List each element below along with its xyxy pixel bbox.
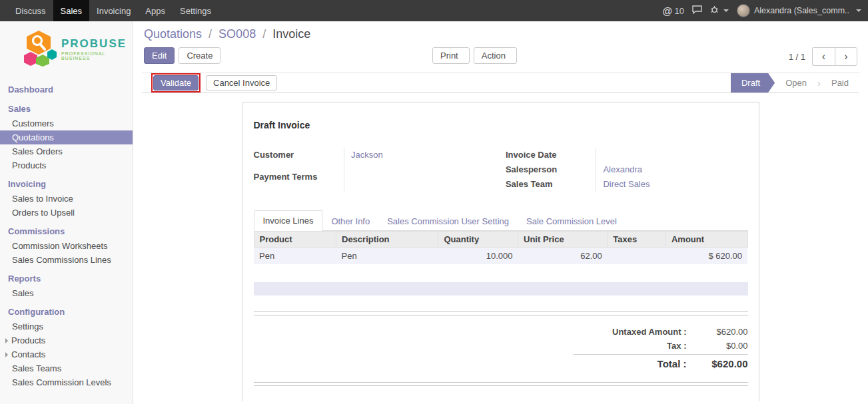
sidebar-item-quotations[interactable]: Quotations: [0, 130, 133, 144]
col-quantity[interactable]: Quantity: [438, 232, 518, 248]
debug-menu-button[interactable]: [710, 5, 729, 16]
mentions-button[interactable]: @ 10: [662, 5, 684, 17]
sidebar-item-reports-sales[interactable]: Sales: [0, 286, 133, 300]
breadcrumb-separator: /: [262, 27, 266, 41]
invoice-title: Draft Invoice: [254, 120, 748, 130]
menu-invoicing[interactable]: Invoicing: [89, 0, 138, 21]
tax-row: Tax : $0.00: [574, 339, 748, 353]
field-row-invoice-date: Invoice Date: [506, 148, 748, 162]
action-label: Action: [482, 51, 506, 61]
menu-apps[interactable]: Apps: [138, 0, 173, 21]
invoice-form-sheet: Draft Invoice Customer Jackson Payment T…: [242, 102, 759, 401]
tab-other-info[interactable]: Other Info: [322, 212, 378, 231]
messages-button[interactable]: [692, 5, 702, 16]
sidebar-heading-reports[interactable]: Reports: [0, 271, 133, 286]
sidebar-heading-invoicing[interactable]: Invoicing: [0, 176, 133, 192]
sidebar: PROBUSE PROFESSIONAL BUSINESS Dashboard …: [0, 21, 133, 404]
payment-terms-label: Payment Terms: [254, 170, 344, 192]
validate-annotation-box: Validate: [151, 73, 201, 93]
cancel-invoice-button[interactable]: Cancel Invoice: [206, 75, 277, 91]
left-buttons: Edit Create: [144, 47, 220, 64]
topbar: Discuss Sales Invoicing Apps Settings @ …: [0, 0, 868, 21]
col-unit-price[interactable]: Unit Price: [518, 232, 608, 248]
pager-previous-button[interactable]: ‹: [812, 47, 835, 66]
status-step-paid[interactable]: Paid: [821, 73, 859, 93]
col-product[interactable]: Product: [254, 232, 336, 248]
status-steps: Draft Open › Paid: [731, 73, 859, 93]
payment-terms-value[interactable]: [344, 170, 496, 192]
table-header-row: Product Description Quantity Unit Price …: [254, 232, 747, 248]
expand-arrow-icon: [5, 338, 8, 343]
sidebar-item-label: Products: [11, 335, 45, 345]
empty-line-strip: [254, 282, 748, 296]
sidebar-heading-sales[interactable]: Sales: [0, 101, 133, 116]
app-menus: Discuss Sales Invoicing Apps Settings: [0, 0, 218, 21]
print-dropdown-button[interactable]: Print: [432, 47, 470, 64]
breadcrumb-separator: /: [209, 27, 212, 41]
sales-team-value[interactable]: Direct Sales: [596, 177, 748, 192]
sidebar-item-config-products[interactable]: Products: [0, 333, 133, 347]
tax-label: Tax :: [574, 341, 696, 351]
menu-settings[interactable]: Settings: [173, 0, 218, 21]
status-step-draft[interactable]: Draft: [731, 73, 775, 93]
breadcrumb-so008[interactable]: SO008: [218, 27, 256, 41]
sidebar-item-dashboard[interactable]: Dashboard: [0, 82, 133, 97]
sidebar-item-sales-orders[interactable]: Sales Orders: [0, 144, 133, 158]
user-menu[interactable]: Alexandra (Sales_comm..: [737, 4, 861, 17]
logo-text: PROBUSE PROFESSIONAL BUSINESS: [61, 37, 127, 61]
action-dropdown-button[interactable]: Action: [474, 47, 517, 64]
field-group-left: Customer Jackson Payment Terms: [254, 148, 496, 192]
salesperson-value[interactable]: Alexandra: [596, 162, 748, 177]
table-row[interactable]: Pen Pen 10.000 62.00 $ 620.00: [254, 248, 747, 265]
sidebar-item-sales-to-invoice[interactable]: Sales to Invoice: [0, 192, 133, 206]
avatar: [737, 4, 750, 17]
total-label: Total :: [574, 358, 696, 369]
field-row-salesperson: Salesperson Alexandra: [506, 162, 748, 177]
sidebar-item-config-contacts[interactable]: Contacts: [0, 347, 133, 361]
sidebar-heading-configuration[interactable]: Configuration: [0, 304, 133, 319]
company-logo[interactable]: PROBUSE PROFESSIONAL BUSINESS: [0, 21, 133, 75]
sidebar-item-sales-commissions-lines[interactable]: Sales Commissions Lines: [0, 253, 133, 267]
main-content: Quotations / SO008 / Invoice Edit Create…: [133, 21, 868, 404]
sidebar-item-commission-worksheets[interactable]: Commission Worksheets: [0, 239, 133, 253]
create-button[interactable]: Create: [179, 47, 220, 64]
sidebar-item-orders-to-upsell[interactable]: Orders to Upsell: [0, 206, 133, 220]
sidebar-item-sales-commission-levels[interactable]: Sales Commission Levels: [0, 375, 133, 389]
status-bar: Validate Cancel Invoice Draft Open › Pai…: [142, 73, 859, 93]
sidebar-item-customers[interactable]: Customers: [0, 116, 133, 130]
status-step-open[interactable]: Open: [775, 73, 817, 93]
edit-button[interactable]: Edit: [144, 47, 175, 64]
col-amount[interactable]: Amount: [665, 232, 747, 248]
chat-bubble-icon: [692, 5, 702, 16]
tab-invoice-lines[interactable]: Invoice Lines: [254, 210, 323, 231]
logo-title: PROBUSE: [61, 37, 127, 51]
breadcrumb-quotations[interactable]: Quotations: [144, 27, 202, 41]
sidebar-item-products[interactable]: Products: [0, 158, 133, 172]
col-taxes[interactable]: Taxes: [608, 232, 666, 248]
cell-quantity: 10.000: [438, 248, 518, 265]
field-row-payment-terms: Payment Terms: [254, 170, 496, 192]
col-description[interactable]: Description: [336, 232, 438, 248]
pager: 1 / 1 ‹ ›: [789, 47, 857, 66]
customer-value[interactable]: Jackson: [344, 148, 496, 170]
sidebar-heading-commissions[interactable]: Commissions: [0, 224, 133, 239]
menu-discuss[interactable]: Discuss: [8, 0, 53, 21]
sheet-scroll-area[interactable]: Draft Invoice Customer Jackson Payment T…: [133, 93, 868, 401]
invoice-lines-table: Product Description Quantity Unit Price …: [254, 231, 748, 264]
menu-sales[interactable]: Sales: [53, 0, 90, 21]
validate-button[interactable]: Validate: [153, 75, 199, 91]
untaxed-amount-value: $620.00: [696, 327, 748, 337]
pager-next-button[interactable]: ›: [835, 47, 857, 66]
sidebar-item-settings[interactable]: Settings: [0, 319, 133, 333]
tab-sales-commission-user-setting[interactable]: Sales Commission User Setting: [378, 212, 518, 231]
sales-team-label: Sales Team: [506, 177, 596, 192]
cell-description: Pen: [336, 248, 438, 265]
sidebar-item-sales-teams[interactable]: Sales Teams: [0, 361, 133, 375]
tab-sale-commission-level[interactable]: Sale Commission Level: [518, 212, 626, 231]
sidebar-item-label: Contacts: [11, 349, 45, 359]
section-separator: [254, 311, 748, 315]
totals-block: Untaxed Amount : $620.00 Tax : $0.00 Tot…: [574, 325, 748, 371]
field-group-right: Invoice Date Salesperson Alexandra Sales…: [506, 148, 748, 192]
salesperson-label: Salesperson: [506, 162, 596, 177]
invoice-date-value[interactable]: [596, 148, 748, 162]
